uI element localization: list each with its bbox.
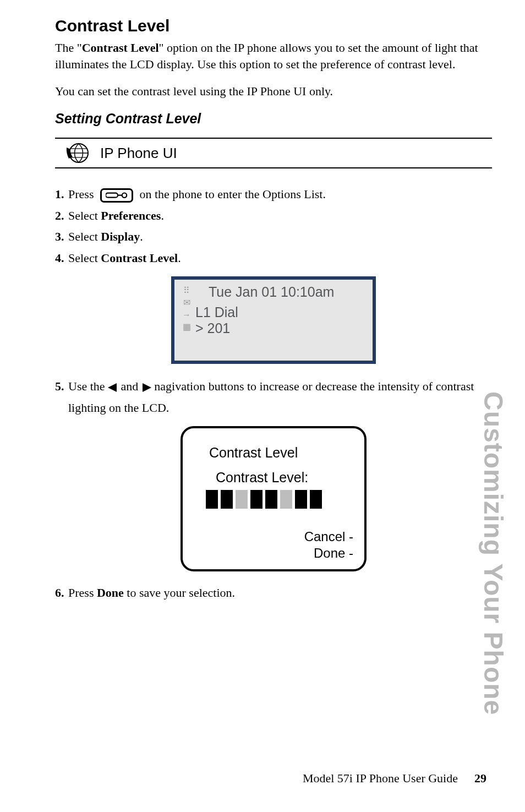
options-key-icon <box>100 188 133 203</box>
grid-small-icon: ▦ <box>183 323 191 331</box>
intro-paragraph-2: You can set the contrast level using the… <box>55 83 492 100</box>
nav-right-icon <box>141 383 151 392</box>
phone-screen-idle: ⠿ ✉ → ▦ Tue Jan 01 10:10am L1 Dial > 201 <box>171 276 376 364</box>
step-2: Select Preferences. <box>55 205 492 227</box>
step-3: Select Display. <box>55 226 492 248</box>
svg-point-6 <box>122 193 127 197</box>
contrast-bar-on <box>265 490 277 509</box>
svg-marker-7 <box>108 383 117 392</box>
svg-marker-8 <box>143 383 151 392</box>
steps-list-2: Use the and nagivation buttons to increa… <box>55 376 492 418</box>
ui-category-bar: IP Phone UI <box>55 138 492 168</box>
page-footer: Model 57i IP Phone User Guide 29 <box>0 771 525 786</box>
section-heading: Contrast Level <box>55 17 492 35</box>
footer-guide-title: Model 57i IP Phone User Guide <box>303 771 458 786</box>
step-1: Press on the phone to enter the Options … <box>55 184 492 205</box>
contrast-bars <box>206 490 353 509</box>
contrast-bar-off <box>236 490 248 509</box>
contrast-bar-on <box>221 490 233 509</box>
step-5: Use the and nagivation buttons to increa… <box>55 376 492 418</box>
contrast-bar-on <box>206 490 218 509</box>
softkey-cancel: Cancel - <box>194 528 353 545</box>
phone-screen-contrast: Contrast Level Contrast Level: Cancel - … <box>181 426 367 571</box>
footer-page-number: 29 <box>474 771 486 786</box>
screen-line-label: L1 Dial <box>194 304 368 320</box>
side-chapter-title: Customizing Your Phone <box>478 352 508 754</box>
step-4: Select Contrast Level. <box>55 248 492 269</box>
screen-title: Contrast Level <box>209 445 353 461</box>
ui-category-label: IP Phone UI <box>100 145 177 162</box>
voicemail-icon: ✉ <box>183 298 190 307</box>
phone-ui-icon <box>65 142 90 164</box>
contrast-bar-on <box>250 490 262 509</box>
screen-datetime: Tue Jan 01 10:10am <box>194 284 368 300</box>
steps-list-1: Press on the phone to enter the Options … <box>55 184 492 269</box>
screen-dial-number: > 201 <box>194 320 368 336</box>
contrast-bar-on <box>295 490 307 509</box>
arrow-small-icon: → <box>182 310 191 319</box>
subsection-heading: Setting Contrast Level <box>55 111 492 127</box>
screen-field-label: Contrast Level: <box>216 470 353 486</box>
step-6: Press Done to save your selection. <box>55 582 492 604</box>
status-icon-column: ⠿ ✉ → ▦ <box>179 284 194 331</box>
softkey-done: Done - <box>194 545 353 562</box>
nav-left-icon <box>108 383 118 392</box>
contrast-bar-off <box>280 490 292 509</box>
contrast-bar-on <box>310 490 322 509</box>
intro-paragraph-1: The "Contrast Level" option on the IP ph… <box>55 40 492 72</box>
svg-rect-4 <box>106 193 118 198</box>
steps-list-3: Press Done to save your selection. <box>55 582 492 604</box>
keypad-icon: ⠿ <box>183 286 190 295</box>
